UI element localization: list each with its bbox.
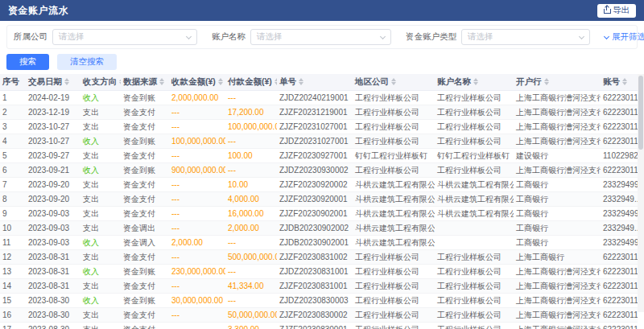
cell-date: 2023-08-30 (26, 322, 80, 329)
scrollbar[interactable] (638, 74, 644, 312)
table-row[interactable]: 42023-10-27收入资金到账100,000,000.00---ZJDZ20… (0, 134, 638, 148)
table-row[interactable]: 72023-09-20支出资金支付---10.00ZJZF20230920002… (0, 177, 638, 191)
export-label: 导出 (613, 5, 630, 16)
table-row[interactable]: 62023-09-21收入资金到账900,000,000.00---ZJDZ20… (0, 162, 638, 177)
cell-order: ZJZF20230831002 (277, 249, 353, 264)
sort-icon[interactable] (544, 78, 549, 85)
table-row[interactable]: 52023-09-27支出资金支付---100.00ZJZF2023092700… (0, 148, 638, 162)
cell-no: 9 (0, 206, 26, 220)
cell-region: 工程行业样板公司 (353, 278, 435, 293)
column-label: 开户行 (516, 76, 542, 86)
table-row[interactable]: 162023-08-30支出资金支付---50,000,000.00ZJZF20… (0, 307, 638, 322)
expand-filter-link[interactable]: 展开筛选 (605, 31, 644, 43)
scrollbar-thumb[interactable] (638, 76, 643, 150)
table-row[interactable]: 12024-02-19收入资金到账2,000,000.00---ZJDZ2024… (0, 90, 638, 105)
cell-account: 斗栱云建筑工程有限公司 (435, 177, 514, 191)
export-button[interactable]: 导出 (597, 4, 636, 18)
table-row[interactable]: 132023-08-31收入资金到账230,000,000.00---ZJDZ2… (0, 264, 638, 278)
cell-bank: 建设银行 (514, 148, 601, 162)
cell-account: 工程行业样板公司 (435, 119, 514, 134)
table-row[interactable]: 102023-09-03支出资金调出---2,000.00ZJDB2023090… (0, 220, 638, 235)
cell-direction: 收入 (80, 264, 121, 278)
sort-asc-icon (473, 78, 478, 81)
company-select[interactable]: 请选择 (52, 29, 197, 45)
account-name-select[interactable]: 请选择 (250, 29, 391, 45)
cell-order: ZJDZ20230930002 (277, 162, 353, 177)
sort-icon[interactable] (473, 78, 478, 85)
cell-number: 62223011... (601, 134, 638, 148)
chevron-down-icon (380, 34, 386, 39)
cell-date: 2023-08-30 (26, 307, 80, 322)
cell-date: 2023-08-31 (26, 249, 80, 264)
cell-no: 7 (0, 177, 26, 191)
cell-account: 工程行业样板公司 (435, 134, 514, 148)
table-row[interactable]: 32023-10-27支出资金支付---100,000,000.00ZJZF20… (0, 119, 638, 134)
sort-icon[interactable] (391, 78, 396, 85)
cell-source: 资金支付 (121, 119, 169, 134)
sort-desc-icon (64, 82, 69, 85)
table-row[interactable]: 172023-08-30支出资金支付---3,300.00ZJZF2023083… (0, 322, 638, 329)
table-row[interactable]: 122023-08-31支出资金支付---500,000,000.00ZJZF2… (0, 249, 638, 264)
cell-receive: --- (169, 220, 225, 235)
table-row[interactable]: 92023-09-03支出资金支付---16,000.00ZJZF2023090… (0, 206, 638, 220)
cell-number: 622230111... (601, 322, 638, 329)
cell-direction: 收入 (80, 293, 121, 307)
cell-account: 斗栱云建筑工程有限公司 (435, 191, 514, 206)
cell-receive: --- (169, 307, 225, 322)
sort-icon[interactable] (299, 78, 303, 85)
account-type-select[interactable]: 请选择 (461, 29, 590, 45)
sort-icon[interactable] (622, 78, 627, 85)
cell-region: 斗栱云建筑工程有限公司 (353, 206, 435, 220)
cell-receive: --- (169, 191, 225, 206)
column-label: 收款金额(¥) (171, 76, 216, 86)
table-row[interactable]: 152023-08-30收入资金到账30,000,000.00---ZJDZ20… (0, 293, 638, 307)
cell-order: ZJZF20230830001 (277, 322, 353, 329)
cell-region: 工程行业样板公司 (353, 134, 435, 148)
search-button[interactable]: 搜索 (6, 54, 49, 70)
cell-account: 工程行业样板公司 (435, 264, 514, 278)
filter-account-type-label: 资金账户类型 (406, 31, 456, 43)
sort-icon[interactable] (159, 78, 164, 85)
cell-bank: 上海工商银行漕河泾支行 (514, 322, 601, 329)
cell-pay: --- (225, 293, 277, 307)
table-row[interactable]: 142023-08-31支出资金支付---41,334.00ZJZF202308… (0, 278, 638, 293)
column-header[interactable]: 数据来源 (121, 74, 169, 90)
column-header[interactable]: 单号 (277, 74, 353, 90)
cell-region: 斗栱云建筑工程有限公司 (353, 177, 435, 191)
cell-receive: --- (169, 322, 225, 329)
sort-icon[interactable] (218, 78, 223, 85)
cell-bank: 上海工商银行漕河泾支行 (514, 264, 601, 278)
sort-icon[interactable] (275, 78, 277, 85)
table-row[interactable]: 82023-09-20支出资金支付---4,000.00ZJZF20230920… (0, 191, 638, 206)
column-header: 序号 (0, 74, 26, 90)
cell-account: 工程行业样板公司 (435, 162, 514, 177)
sort-asc-icon (159, 78, 164, 81)
cell-source: 资金支付 (121, 191, 169, 206)
cell-receive: 2,000.00 (169, 235, 225, 249)
table-row[interactable]: 112023-09-03收入资金调入2,000.00---ZJDB2023090… (0, 235, 638, 249)
sort-desc-icon (391, 82, 396, 85)
column-header[interactable]: 收支方向 (80, 74, 121, 90)
sort-icon[interactable] (119, 78, 121, 85)
cell-bank: 上海工商银行漕河泾支行 (514, 105, 601, 119)
cell-no: 16 (0, 307, 26, 322)
table-row[interactable]: 22023-12-19支出资金支付---17,200.00ZJZF2023121… (0, 105, 638, 119)
column-header[interactable]: 账户名称 (435, 74, 514, 90)
cell-receive: --- (169, 148, 225, 162)
cell-number: 62223011... (601, 162, 638, 177)
column-header[interactable]: 开户行 (514, 74, 601, 90)
clear-search-button[interactable]: 清空搜索 (57, 54, 117, 70)
cell-account: 工程行业样板公司 (435, 307, 514, 322)
sort-icon[interactable] (64, 78, 69, 85)
export-icon (604, 7, 610, 14)
column-header[interactable]: 收款金额(¥) (169, 74, 225, 90)
cell-direction: 支出 (80, 191, 121, 206)
cell-pay: --- (225, 90, 277, 105)
column-header[interactable]: 账号 (601, 74, 638, 90)
cell-order: ZJDZ20230831001 (277, 264, 353, 278)
column-header[interactable]: 地区公司 (353, 74, 435, 90)
cell-region: 工程行业样板公司 (353, 249, 435, 264)
cell-pay: 10.00 (225, 177, 277, 191)
column-header[interactable]: 交易日期 (26, 74, 80, 90)
column-header[interactable]: 付款金额(¥) (225, 74, 277, 90)
